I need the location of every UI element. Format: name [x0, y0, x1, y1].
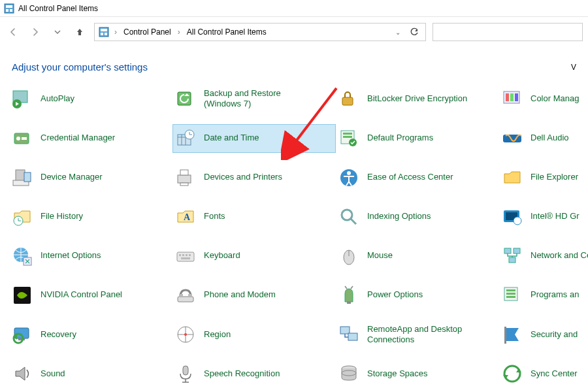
item-ease-of-access[interactable]: Ease of Access Center	[336, 163, 499, 192]
page-heading: Adjust your computer's settings	[12, 61, 148, 73]
svg-rect-53	[179, 254, 181, 256]
svg-point-79	[184, 333, 187, 336]
item-remoteapp[interactable]: RemoteApp and Desktop Connections	[336, 320, 499, 350]
svg-rect-83	[183, 366, 188, 375]
chevron-right-icon[interactable]: ›	[175, 27, 183, 37]
svg-rect-16	[510, 93, 514, 101]
svg-rect-60	[504, 248, 511, 253]
item-label: Device Manager	[41, 172, 103, 182]
item-file-explorer-options[interactable]: File Explorer	[499, 163, 588, 192]
svg-rect-82	[504, 327, 506, 344]
default-programs-icon	[338, 128, 359, 149]
item-label: Ease of Access Center	[367, 172, 453, 182]
item-label: Indexing Options	[367, 211, 431, 221]
item-label: Phone and Modem	[204, 289, 276, 300]
sync-center-icon	[502, 363, 523, 384]
item-file-history[interactable]: File History	[9, 203, 172, 231]
item-phone-modem[interactable]: Phone and Modem	[172, 281, 336, 310]
svg-rect-20	[22, 137, 27, 140]
forward-button[interactable]	[27, 24, 43, 40]
item-default-programs[interactable]: Default Programs	[336, 124, 499, 153]
autoplay-icon	[12, 88, 33, 109]
item-label: Programs an	[531, 289, 579, 300]
item-intel-hd-graphics[interactable]: Intel® HD Gr	[499, 203, 588, 231]
item-dell-audio[interactable]: Dell Audio	[499, 124, 588, 153]
item-credential-manager[interactable]: Credential Manager	[9, 124, 172, 153]
item-programs-features[interactable]: Programs an	[499, 281, 588, 310]
svg-rect-37	[180, 170, 188, 175]
svg-rect-5	[101, 29, 107, 31]
svg-rect-54	[182, 254, 184, 256]
address-bar[interactable]: › Control Panel › All Control Panel Item…	[94, 23, 426, 41]
devices-printers-icon	[175, 167, 196, 188]
fonts-icon: A	[175, 206, 196, 227]
item-color-management[interactable]: Color Manag	[499, 84, 588, 114]
svg-rect-81	[348, 333, 357, 340]
refresh-button[interactable]	[407, 27, 421, 37]
keyboard-icon	[175, 246, 196, 267]
item-label: Network and Center	[531, 250, 588, 261]
item-indexing-options[interactable]: Indexing Options	[336, 203, 499, 231]
svg-rect-64	[178, 297, 193, 302]
svg-rect-1	[6, 5, 12, 8]
back-button[interactable]	[5, 24, 21, 40]
item-fonts[interactable]: A Fonts	[172, 203, 336, 231]
item-label: File History	[41, 211, 83, 221]
storage-spaces-icon	[338, 363, 359, 384]
item-backup-restore[interactable]: Backup and Restore (Windows 7)	[172, 84, 336, 114]
item-power-options[interactable]: Power Options	[336, 281, 499, 310]
svg-text:A: A	[184, 212, 191, 222]
chevron-right-icon[interactable]: ›	[112, 27, 120, 37]
title-bar: All Control Panel Items	[0, 0, 588, 17]
recent-locations-dropdown[interactable]	[50, 24, 65, 40]
svg-rect-65	[179, 294, 183, 297]
svg-rect-71	[506, 296, 515, 298]
item-nvidia[interactable]: NVIDIA Control Panel	[9, 281, 172, 310]
item-security-maintenance[interactable]: Security and	[499, 320, 588, 350]
svg-rect-67	[347, 302, 351, 304]
item-internet-options[interactable]: Internet Options	[9, 242, 172, 270]
item-autoplay[interactable]: AutoPlay	[9, 84, 172, 114]
svg-rect-62	[509, 257, 515, 263]
view-by-hint[interactable]: V	[571, 63, 576, 72]
address-dropdown[interactable]: ⌄	[391, 29, 404, 36]
remoteapp-icon	[338, 324, 359, 345]
item-recovery[interactable]: Recovery	[9, 320, 172, 350]
item-mouse[interactable]: Mouse	[336, 242, 499, 270]
item-date-time[interactable]: Date and Time	[172, 124, 336, 153]
svg-point-88	[504, 366, 520, 382]
item-storage-spaces[interactable]: Storage Spaces	[336, 359, 499, 388]
item-region[interactable]: Region	[172, 320, 336, 350]
backup-restore-icon	[175, 88, 196, 109]
svg-point-45	[342, 210, 352, 220]
control-panel-icon	[99, 27, 109, 37]
ease-of-access-icon	[338, 167, 359, 188]
svg-rect-15	[506, 93, 509, 101]
item-label: Dell Audio	[531, 133, 569, 143]
power-options-icon	[338, 285, 359, 306]
svg-rect-7	[105, 33, 107, 35]
search-input[interactable]	[433, 23, 583, 41]
dell-audio-icon	[502, 128, 523, 149]
breadcrumb-current[interactable]: All Control Panel Items	[186, 27, 268, 37]
item-device-manager[interactable]: Device Manager	[9, 163, 172, 192]
item-keyboard[interactable]: Keyboard	[172, 242, 336, 270]
svg-rect-3	[10, 9, 12, 12]
svg-marker-90	[503, 375, 508, 379]
item-network-sharing[interactable]: Network and Center	[499, 242, 588, 270]
nvidia-icon	[12, 285, 33, 306]
item-label: AutoPlay	[41, 93, 74, 104]
item-devices-printers[interactable]: Devices and Printers	[172, 163, 336, 192]
breadcrumb-root[interactable]: Control Panel	[122, 27, 172, 37]
region-icon	[175, 324, 196, 345]
svg-line-46	[351, 219, 356, 224]
item-sound[interactable]: Sound	[9, 359, 172, 388]
svg-rect-38	[180, 183, 188, 186]
item-bitlocker[interactable]: BitLocker Drive Encryption	[336, 84, 499, 114]
svg-rect-35	[24, 172, 31, 182]
item-sync-center[interactable]: Sync Center	[499, 359, 588, 388]
item-speech-recognition[interactable]: Speech Recognition	[172, 359, 336, 388]
svg-rect-2	[6, 9, 8, 12]
up-button[interactable]	[72, 24, 88, 40]
svg-marker-89	[516, 368, 521, 372]
